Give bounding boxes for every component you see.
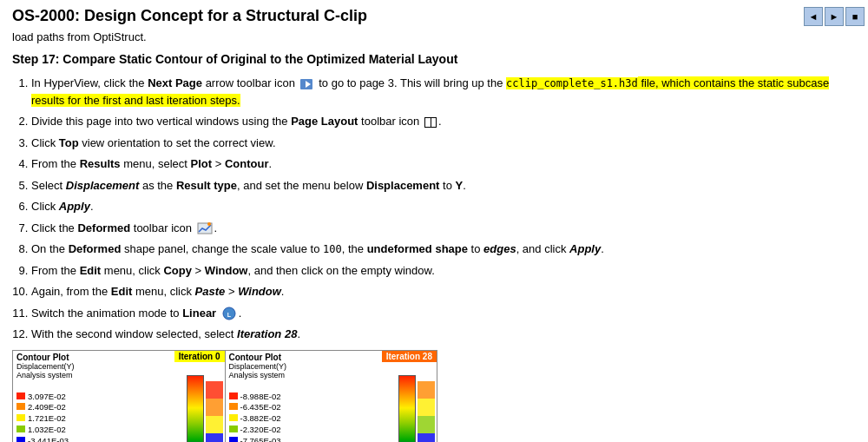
step-4-results-label: Results xyxy=(80,157,121,170)
step-5-text: Select Displacement as the Result type, … xyxy=(31,179,466,192)
step-5-displacement2-label: Displacement xyxy=(366,179,440,192)
step-4-contour-label: Contour xyxy=(225,157,269,170)
step-9-window-label: Window xyxy=(205,264,248,277)
svg-rect-8 xyxy=(206,416,223,433)
step-7: Click the Deformed toolbar icon . xyxy=(31,220,856,237)
iteration-28-badge: Iteration 28 xyxy=(382,351,437,362)
next-button[interactable]: ► xyxy=(825,7,844,26)
step-11: Switch the animation mode to Linear L . xyxy=(31,305,856,322)
step-10-edit-label: Edit xyxy=(111,285,133,298)
next-page-arrow-icon xyxy=(300,78,314,90)
intro-text: load paths from OptiStruct. xyxy=(12,30,856,43)
step-2-text: Divide this page into two vertical windo… xyxy=(31,115,442,128)
step-10-paste-label: Paste xyxy=(195,285,226,298)
toolbar-area: ◄ ► ■ xyxy=(804,7,865,26)
page-layout-icon xyxy=(424,117,437,128)
prev-button[interactable]: ◄ xyxy=(804,7,823,26)
svg-rect-11 xyxy=(418,399,435,416)
steps-list: In HyperView, click the Next Page arrow … xyxy=(12,75,856,343)
step-1-next-page-label: Next Page xyxy=(148,76,202,89)
step-6-text: Click Apply. xyxy=(31,200,94,213)
step-2: Divide this page into two vertical windo… xyxy=(31,113,856,130)
step-8-deformed2-label: Deformed xyxy=(69,242,122,255)
deformed-icon xyxy=(197,221,213,235)
step-7-text: Click the Deformed toolbar icon . xyxy=(31,221,217,234)
step-8-edges-label: edges xyxy=(483,242,516,255)
step-3-text: Click Top view orientation to set the co… xyxy=(31,136,276,149)
contour-subtitle-1: Displacement(Y) xyxy=(16,362,221,371)
step-1-filename: cclip_complete_s1.h3d xyxy=(506,77,638,89)
contour-panel-2: Iteration 28 Contour Plot Displacement(Y… xyxy=(226,351,437,443)
step-5-displacement-label: Displacement xyxy=(66,179,140,192)
step-3: Click Top view orientation to set the co… xyxy=(31,135,856,152)
step-8-apply-label: Apply xyxy=(569,242,601,255)
step-9: From the Edit menu, click Copy > Window,… xyxy=(31,262,856,280)
step-9-text: From the Edit menu, click Copy > Window,… xyxy=(31,264,435,277)
step-11-text: Switch the animation mode to Linear L . xyxy=(31,307,241,320)
svg-rect-12 xyxy=(418,416,435,433)
linear-mode-icon: L xyxy=(221,307,237,320)
contour-subtitle-2: Displacement(Y) xyxy=(229,362,434,371)
step-4-plot-label: Plot xyxy=(191,157,213,170)
step-10-window-label: Window xyxy=(238,285,281,298)
step-3-top-label: Top xyxy=(59,136,79,149)
step-8-text: On the Deformed shape panel, change the … xyxy=(31,242,604,255)
svg-rect-9 xyxy=(206,433,223,443)
step-7-deformed-label: Deformed xyxy=(77,221,130,234)
svg-point-3 xyxy=(207,222,211,226)
extra-button[interactable]: ■ xyxy=(845,7,865,26)
step-11-linear-label: Linear xyxy=(182,307,216,320)
step-12-text: With the second window selected, select … xyxy=(31,327,300,340)
step-4: From the Results menu, select Plot > Con… xyxy=(31,155,856,173)
svg-rect-10 xyxy=(418,381,435,399)
step-5-y-label: Y xyxy=(456,179,464,192)
mesh-visual-2 xyxy=(418,375,435,443)
mesh-visual-1 xyxy=(206,375,223,443)
step-5-result-type-label: Result type xyxy=(176,179,237,192)
step-6-apply-label: Apply xyxy=(59,200,90,213)
contour-table: Iteration 0 Contour Plot Displacement(Y)… xyxy=(12,350,437,443)
color-bar-2 xyxy=(398,375,416,443)
step-12: With the second window selected, select … xyxy=(31,326,856,343)
step-12-iteration-label: Iteration 28 xyxy=(237,327,297,340)
step-5: Select Displacement as the Result type, … xyxy=(31,177,856,195)
step-10: Again, from the Edit menu, click Paste >… xyxy=(31,283,856,300)
step-8-undeformed-label: undeformed shape xyxy=(367,242,468,255)
step-heading: Step 17: Compare Static Contour of Origi… xyxy=(12,52,856,66)
color-bar-1 xyxy=(187,375,204,443)
step-1-text: In HyperView, click the Next Page arrow … xyxy=(31,76,829,107)
step-8: On the Deformed shape panel, change the … xyxy=(31,241,856,258)
svg-rect-6 xyxy=(206,381,223,399)
step-9-copy-label: Copy xyxy=(163,264,192,277)
iteration-0-badge: Iteration 0 xyxy=(174,351,225,362)
step-1: In HyperView, click the Next Page arrow … xyxy=(31,75,856,109)
step-6: Click Apply. xyxy=(31,198,856,215)
step-10-text: Again, from the Edit menu, click Paste >… xyxy=(31,285,284,298)
step-9-edit-label: Edit xyxy=(80,264,102,277)
contour-panel-1: Iteration 0 Contour Plot Displacement(Y)… xyxy=(13,351,226,443)
page-title: OS-2000: Design Concept for a Structural… xyxy=(12,7,856,25)
svg-rect-13 xyxy=(418,433,435,443)
step-8-100-value: 100 xyxy=(323,243,342,255)
svg-rect-7 xyxy=(206,399,223,416)
page-wrapper: ◄ ► ■ OS-2000: Design Concept for a Stru… xyxy=(0,0,868,442)
step-2-page-layout-label: Page Layout xyxy=(291,115,358,128)
step-4-text: From the Results menu, select Plot > Con… xyxy=(31,157,272,170)
svg-text:L: L xyxy=(227,312,232,318)
